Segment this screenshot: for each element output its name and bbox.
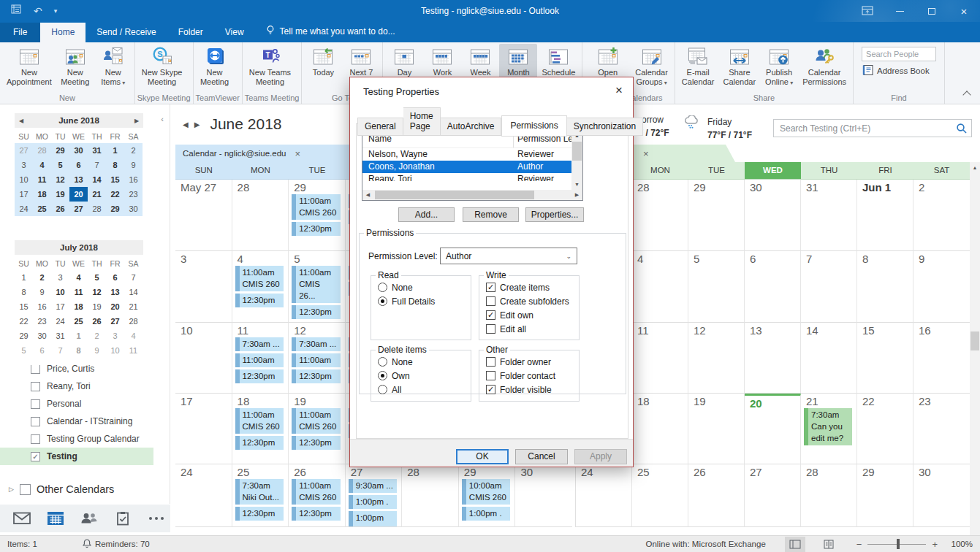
mini-calendar-day[interactable]: 23 — [33, 314, 51, 329]
checkbox-folder-visible[interactable]: ✓Folder visible — [479, 383, 579, 396]
checkbox-folder-owner[interactable]: Folder owner — [479, 355, 579, 369]
day-cell-2[interactable]: 2 — [913, 180, 970, 251]
day-cell-26[interactable]: 26 — [688, 464, 745, 527]
day-cell-20[interactable]: 20 — [745, 394, 801, 464]
day-cell-24[interactable]: 24 — [576, 464, 632, 527]
radio-full-details[interactable]: Full Details — [371, 294, 471, 308]
ribbon-tab-folder[interactable]: Folder — [167, 23, 214, 42]
mini-calendar-day[interactable]: 16 — [33, 299, 51, 314]
calendar-event[interactable]: 12:30pm — [292, 436, 341, 450]
zoom-in-button[interactable]: + — [932, 539, 938, 550]
day-cell-14[interactable]: 14 — [801, 323, 857, 394]
mini-calendar-day[interactable]: 27 — [69, 202, 88, 216]
checkbox[interactable]: ✓ — [486, 283, 495, 292]
new-items-button[interactable]: NewItems ▾ — [94, 44, 132, 88]
calendar-event[interactable]: 7:30amNiki Out... — [235, 479, 284, 505]
mini-calendar-day[interactable]: 12 — [51, 172, 69, 187]
next-month-icon[interactable]: ▶ — [130, 118, 143, 124]
calendar-event[interactable]: 12:30pm — [292, 222, 341, 236]
ribbon-tab-send-receive[interactable]: Send / Receive — [86, 23, 167, 42]
mini-calendar-day[interactable]: 10 — [15, 172, 33, 187]
new-appointment-button[interactable]: NewAppointment — [2, 44, 56, 88]
mini-calendar-day[interactable]: 18 — [33, 187, 51, 202]
radio-button[interactable] — [378, 357, 387, 367]
other-calendars-group[interactable]: ▷ Other Calendars — [9, 483, 114, 495]
mini-calendar-day[interactable]: 9 — [88, 343, 106, 358]
day-cell-28[interactable]: 28 — [402, 464, 459, 527]
today-button[interactable]: Today — [304, 44, 342, 78]
calendar-list-item-reany-tori[interactable]: Reany, Tori — [0, 377, 170, 395]
apply-button[interactable]: Apply — [574, 449, 627, 464]
day-cell-28[interactable]: 28 — [801, 464, 857, 527]
calendar-scrollbar[interactable]: ▲ — [970, 162, 980, 535]
mini-calendar-day[interactable]: 19 — [88, 299, 106, 314]
mini-calendar-day[interactable]: 17 — [51, 299, 69, 314]
day-cell-may-27[interactable]: May 27 — [175, 180, 232, 251]
mini-calendar-day[interactable]: 16 — [124, 172, 143, 187]
mini-calendar-day[interactable]: 11 — [33, 172, 51, 187]
mini-calendar-day[interactable]: 8 — [69, 343, 88, 358]
mini-calendar-day[interactable]: 10 — [51, 285, 69, 299]
cancel-button[interactable]: Cancel — [515, 449, 568, 464]
mini-calendar-day[interactable]: 21 — [88, 187, 106, 202]
previous-month-icon[interactable]: ◀ — [183, 120, 189, 129]
mini-calendar-day[interactable]: 8 — [106, 158, 124, 172]
mini-calendar-day[interactable]: 29 — [15, 329, 33, 343]
mini-calendar-day[interactable]: 20 — [106, 299, 124, 314]
zoom-out-button[interactable]: − — [856, 539, 862, 550]
search-icon[interactable] — [952, 123, 971, 134]
day-cell-4[interactable]: 411:00amCMIS 26012:30pm — [232, 251, 289, 323]
day-cell-11[interactable]: 117:30am ...11:00am12:30pm — [232, 323, 289, 394]
calendar-event[interactable]: 1:00pm I... — [349, 511, 398, 527]
day-cell-12[interactable]: 127:30am ...11:00am12:30pm — [289, 323, 346, 394]
mini-calendar-day[interactable]: 9 — [33, 285, 51, 299]
minimize-button[interactable] — [884, 0, 916, 22]
remove-button[interactable]: Remove — [463, 207, 519, 222]
calendar-event[interactable]: 7:30am ... — [235, 337, 284, 351]
ribbon-tab-view[interactable]: View — [214, 23, 255, 42]
mini-calendar-day[interactable]: 22 — [15, 314, 33, 329]
mini-calendar-day[interactable]: 5 — [88, 270, 106, 285]
new-meeting-button[interactable]: NewMeeting — [196, 44, 234, 88]
mini-calendar-day[interactable]: 21 — [124, 299, 143, 314]
mini-calendar-day[interactable]: 4 — [33, 158, 51, 172]
permission-row[interactable]: Reany, ToriReviewer — [362, 173, 571, 181]
mini-calendar-day[interactable]: 29 — [106, 202, 124, 216]
calendar-event[interactable]: 12:30pm — [292, 369, 341, 383]
checkbox[interactable] — [486, 324, 495, 334]
day-cell-13[interactable]: 13 — [745, 323, 801, 394]
calendar-event[interactable]: 11:00amCMIS 260 — [292, 408, 341, 434]
mini-calendar-day[interactable]: 6 — [33, 343, 51, 358]
previous-month-icon[interactable]: ◀ — [15, 118, 28, 124]
mini-calendar-day[interactable]: 4 — [124, 329, 143, 343]
tab-calendar-nglick[interactable]: Calendar - nglick@siue.edu × — [175, 145, 361, 162]
dialog-tab-synchronization[interactable]: Synchronization — [567, 118, 643, 136]
dialog-tab-permissions[interactable]: Permissions — [501, 115, 566, 137]
calendar-list-item-testing[interactable]: ✓Testing — [0, 448, 153, 465]
day-cell-29[interactable]: 2910:00amCMIS 2601:00pm . — [459, 464, 516, 527]
day-cell-7[interactable]: 7 — [801, 251, 857, 323]
checkbox[interactable] — [486, 296, 495, 306]
mini-calendar-day[interactable]: 2 — [88, 329, 106, 343]
day-cell-27[interactable]: 279:30am ...1:00pm .1:00pm I... — [346, 464, 403, 527]
day-cell-29[interactable]: 29 — [688, 180, 745, 251]
add-button[interactable]: Add... — [398, 207, 455, 222]
mini-calendar-day[interactable]: 11 — [124, 343, 143, 358]
checkbox[interactable]: ✓ — [486, 310, 495, 320]
mini-calendar-day[interactable]: 13 — [69, 172, 88, 187]
mini-calendar-day[interactable]: 13 — [106, 285, 124, 299]
calendar-event[interactable]: 11:00amCMIS 260 — [235, 266, 284, 291]
share-calendar-button[interactable]: ShareCalendar — [719, 44, 761, 88]
mini-calendar-day[interactable]: 27 — [15, 143, 33, 158]
mini-calendar-day[interactable]: 30 — [124, 202, 143, 216]
day-cell-4[interactable]: 4 — [632, 251, 688, 323]
calendar-event[interactable]: 9:30am ... — [349, 479, 398, 493]
day-cell-21[interactable]: 217:30amCan youedit me? — [801, 394, 857, 464]
mini-calendar-day[interactable]: 24 — [51, 314, 69, 329]
calendar-list-item-testing-group-calendar[interactable]: Testing Group Calendar — [0, 430, 170, 448]
mini-calendar-day[interactable]: 6 — [69, 158, 88, 172]
dialog-close-icon[interactable]: × — [615, 83, 623, 98]
close-calendar-icon[interactable]: × — [295, 148, 300, 159]
mail-icon[interactable] — [12, 510, 32, 527]
next-month-icon[interactable]: ▶ — [194, 120, 200, 129]
